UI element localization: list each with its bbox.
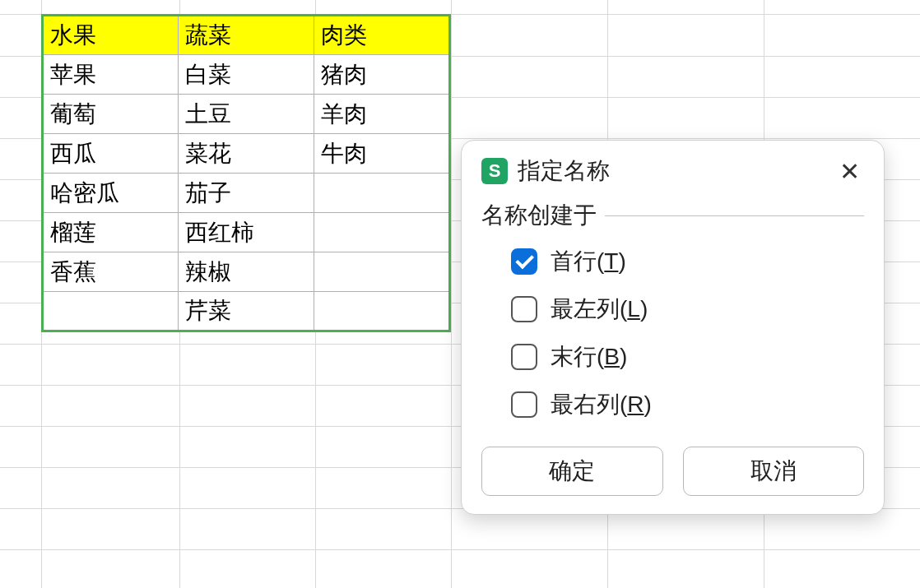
cell[interactable]: 猪肉 bbox=[314, 55, 450, 95]
table-row[interactable]: 香蕉 辣椒 bbox=[43, 252, 450, 292]
table-row[interactable]: 苹果 白菜 猪肉 bbox=[43, 55, 450, 95]
checkbox-icon bbox=[511, 344, 537, 370]
table-row[interactable]: 芹菜 bbox=[43, 292, 450, 331]
dialog-title: 指定名称 bbox=[518, 155, 825, 187]
checkbox-icon bbox=[511, 391, 537, 418]
table-row[interactable]: 榴莲 西红柿 bbox=[43, 213, 450, 252]
cell[interactable]: 菜花 bbox=[179, 134, 314, 174]
option-right-col[interactable]: 最右列(R) bbox=[511, 389, 864, 420]
ok-button[interactable]: 确定 bbox=[481, 447, 663, 496]
cell[interactable]: 芹菜 bbox=[179, 292, 314, 331]
checkbox-label: 首行(T) bbox=[551, 246, 626, 277]
cell[interactable]: 苹果 bbox=[43, 55, 179, 95]
close-button[interactable]: ✕ bbox=[834, 156, 864, 186]
cell[interactable] bbox=[314, 174, 450, 213]
cell[interactable]: 西瓜 bbox=[43, 134, 179, 174]
cell[interactable]: 哈密瓜 bbox=[43, 174, 179, 213]
cancel-button[interactable]: 取消 bbox=[683, 447, 865, 496]
checkbox-label: 末行(B) bbox=[551, 341, 627, 373]
cell[interactable] bbox=[314, 252, 450, 292]
header-cell[interactable]: 蔬菜 bbox=[179, 16, 314, 55]
fieldset-text: 名称创建于 bbox=[481, 200, 597, 231]
table-row[interactable]: 哈密瓜 茄子 bbox=[43, 174, 450, 213]
cell[interactable]: 香蕉 bbox=[43, 252, 179, 292]
cell[interactable]: 榴莲 bbox=[43, 213, 179, 252]
option-left-col[interactable]: 最左列(L) bbox=[511, 294, 864, 325]
header-cell[interactable]: 水果 bbox=[43, 16, 179, 55]
cell[interactable]: 白菜 bbox=[179, 55, 314, 95]
cell[interactable]: 辣椒 bbox=[179, 252, 314, 292]
checkbox-label: 最左列(L) bbox=[551, 294, 648, 325]
cell[interactable]: 土豆 bbox=[179, 95, 314, 134]
data-table[interactable]: 水果 蔬菜 肉类 苹果 白菜 猪肉 葡萄 土豆 羊肉 西瓜 菜花 牛肉 哈密瓜 … bbox=[41, 14, 451, 332]
checkbox-label: 最右列(R) bbox=[551, 389, 652, 420]
table-row[interactable]: 西瓜 菜花 牛肉 bbox=[43, 134, 450, 174]
table-header-row[interactable]: 水果 蔬菜 肉类 bbox=[43, 16, 450, 55]
option-bottom-row[interactable]: 末行(B) bbox=[511, 341, 864, 373]
cell[interactable] bbox=[314, 292, 450, 331]
cell[interactable]: 葡萄 bbox=[43, 95, 179, 134]
cell[interactable]: 西红柿 bbox=[179, 213, 314, 252]
checkbox-icon bbox=[511, 248, 537, 275]
header-cell[interactable]: 肉类 bbox=[314, 16, 450, 55]
cell[interactable]: 茄子 bbox=[179, 174, 314, 213]
cell[interactable]: 羊肉 bbox=[314, 95, 450, 134]
cell[interactable]: 牛肉 bbox=[314, 134, 450, 174]
dialog-buttons: 确定 取消 bbox=[481, 447, 864, 496]
options-group: 首行(T) 最左列(L) 末行(B) 最右列(R) bbox=[481, 246, 864, 420]
table-row[interactable]: 葡萄 土豆 羊肉 bbox=[43, 95, 450, 134]
close-icon: ✕ bbox=[839, 157, 860, 186]
fieldset-label: 名称创建于 bbox=[481, 200, 864, 231]
option-top-row[interactable]: 首行(T) bbox=[511, 246, 864, 277]
create-names-dialog: S 指定名称 ✕ 名称创建于 首行(T) 最左列(L) 末行(B) 最右列(R)… bbox=[461, 140, 885, 515]
cell[interactable] bbox=[43, 292, 179, 331]
dialog-header: S 指定名称 ✕ bbox=[481, 155, 864, 187]
checkbox-icon bbox=[511, 296, 537, 322]
cell[interactable] bbox=[314, 213, 450, 252]
fieldset-line bbox=[605, 215, 864, 216]
app-icon: S bbox=[481, 158, 508, 184]
